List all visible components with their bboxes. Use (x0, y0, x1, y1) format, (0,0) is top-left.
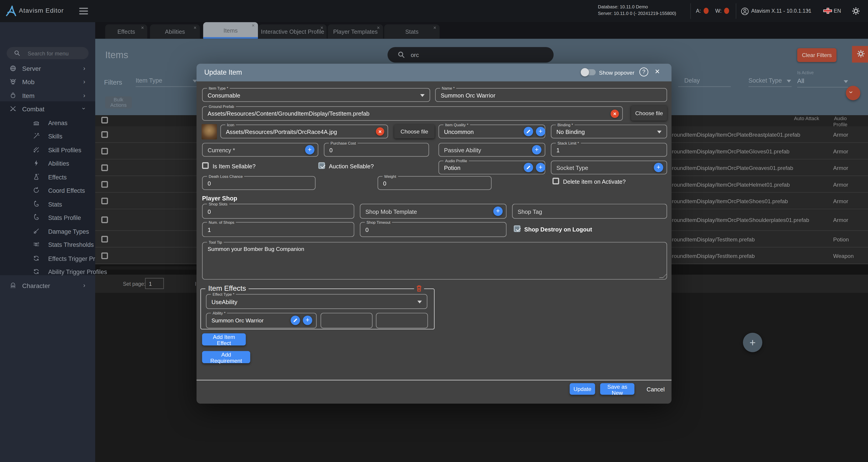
items-search-input[interactable] (410, 47, 542, 63)
sidebar-search-input[interactable] (27, 47, 85, 59)
add-passive-ability-button[interactable] (532, 145, 541, 155)
language-label[interactable]: EN (834, 8, 841, 14)
tab-abilities[interactable]: Abilities× (150, 25, 200, 39)
sidebar-item-skill-profiles[interactable]: Skill Profiles (0, 144, 95, 157)
hamburger-menu-icon[interactable] (79, 8, 88, 14)
version-selector[interactable]: Atavism X.11 - 10.0.1.131 (751, 8, 811, 14)
socket-type-field[interactable]: Socket Type (551, 161, 667, 175)
clear-icon-button[interactable]: × (376, 127, 384, 136)
filter-item-type[interactable]: Item Type (136, 77, 162, 84)
add-item-effect-button[interactable]: Add Item Effect (202, 333, 246, 345)
close-icon[interactable]: × (194, 25, 196, 30)
close-icon[interactable]: × (655, 66, 660, 76)
sidebar-item-skills[interactable]: Skills (0, 130, 95, 143)
sidebar-item-stats[interactable]: Stats (0, 198, 95, 211)
shop-mob-template-field[interactable]: Shop Mob Template (360, 204, 507, 219)
col-audio-profile[interactable]: Audio Profile (829, 115, 851, 128)
name-field[interactable]: Name * Summon Orc Warrior (435, 88, 667, 102)
col-auto-attack[interactable]: Auto Attack (794, 115, 819, 122)
add-socket-type-button[interactable] (654, 163, 663, 172)
weight-field[interactable]: Weight 0 (377, 176, 492, 190)
passive-ability-field[interactable]: Passive Ability (438, 143, 545, 157)
stack-limit-field[interactable]: Stack Limit * 1 (551, 143, 667, 157)
help-icon[interactable]: ? (640, 68, 648, 76)
death-loss-chance-field[interactable]: Death Loss Chance 0 (202, 176, 316, 190)
binding-field[interactable]: Binding * No Binding (551, 125, 667, 138)
set-page-input[interactable] (145, 278, 164, 289)
bulk-actions-button[interactable]: Bulk Actions (105, 96, 132, 109)
add-requirement-button[interactable]: Add Requirement (202, 351, 250, 363)
sidebar-item-combat[interactable]: Combat› (0, 102, 95, 116)
row-checkbox[interactable] (101, 198, 108, 204)
sidebar-item-ability-trigger-profiles[interactable]: Ability Trigger Profiles (0, 265, 95, 278)
cancel-button[interactable]: Cancel (643, 385, 668, 393)
clear-ground-prefab-button[interactable]: × (611, 110, 619, 118)
close-icon[interactable]: × (320, 25, 323, 30)
row-checkbox[interactable] (101, 148, 108, 154)
tab-stats[interactable]: Stats× (384, 25, 439, 39)
delete-on-activate-checkbox[interactable] (552, 178, 559, 184)
effect-extra-field-2[interactable] (376, 313, 428, 329)
close-icon[interactable]: × (252, 23, 255, 28)
close-icon[interactable]: × (377, 25, 380, 30)
row-checkbox[interactable] (101, 252, 108, 259)
choose-icon-button[interactable]: Choose file (394, 125, 435, 138)
add-item-fab[interactable]: + (743, 333, 762, 352)
select-all-checkbox[interactable] (101, 117, 108, 123)
row-checkbox[interactable] (101, 181, 108, 188)
sidebar-item-stats-thresholds[interactable]: Stats Thresholds (0, 238, 95, 251)
edit-audio-profile-button[interactable] (524, 163, 533, 172)
is-item-sellable-checkbox[interactable] (202, 162, 209, 169)
edit-item-quality-button[interactable] (524, 127, 533, 136)
sidebar-item-damage-types[interactable]: Damage Types (0, 225, 95, 238)
row-checkbox[interactable] (101, 164, 108, 171)
save-as-new-button[interactable]: Save as New (600, 383, 634, 395)
row-checkbox[interactable] (101, 236, 108, 243)
shop-destroy-checkbox[interactable] (514, 225, 520, 232)
filter-delay[interactable]: Delay (684, 77, 700, 84)
update-button[interactable]: Update (569, 383, 595, 395)
effect-type-field[interactable]: Effect Type * UseAbility (206, 294, 427, 309)
num-of-shops-field[interactable]: Num. of Shops 1 (202, 222, 354, 237)
sidebar-item-effects[interactable]: Effects (0, 171, 95, 184)
tab-effects[interactable]: Effects× (105, 25, 147, 39)
item-type-field[interactable]: Item Type * Consumable (202, 88, 430, 102)
add-ability-button[interactable] (303, 316, 312, 325)
shop-slots-field[interactable]: Shop Slots 0 (202, 204, 354, 219)
edit-ability-button[interactable] (291, 316, 300, 325)
ground-prefab-field[interactable]: Ground Prefab Assets/Resources/Content/G… (202, 106, 623, 121)
auction-sellable-checkbox[interactable] (318, 162, 325, 169)
row-checkbox[interactable] (101, 131, 108, 138)
tool-tip-input[interactable]: Summon your Bomber Bug Companion (205, 246, 663, 277)
sidebar-search[interactable] (6, 47, 89, 59)
clear-filters-button[interactable]: Clear Filters (797, 48, 837, 62)
chevron-down-icon[interactable]: › (805, 9, 812, 11)
delete-item-effect-button[interactable] (414, 285, 424, 295)
items-search[interactable] (388, 47, 554, 63)
sidebar-item-arenas[interactable]: Arenas (0, 116, 95, 130)
sidebar-item-character[interactable]: Character› (0, 279, 95, 292)
sidebar-item-effects-trigger-profiles[interactable]: Effects Trigger Profiles (0, 252, 95, 265)
filter-is-active-value[interactable]: All (797, 78, 804, 84)
row-checkbox[interactable] (101, 217, 108, 223)
sidebar-item-server[interactable]: Server› (0, 62, 95, 75)
add-item-quality-button[interactable] (536, 127, 546, 136)
add-shop-mob-template-button[interactable] (493, 207, 503, 216)
sidebar-item-coord-effects[interactable]: Coord Effects (0, 184, 95, 197)
tab-items[interactable]: Items× (203, 22, 258, 39)
show-popover-toggle[interactable] (582, 69, 596, 75)
table-settings-button[interactable] (852, 46, 868, 62)
collapse-filters-button[interactable]: › (846, 86, 860, 100)
sidebar-item-stats-profile[interactable]: Stats Profile (0, 211, 95, 224)
sidebar-item-item[interactable]: Item› (0, 89, 95, 102)
add-audio-profile-button[interactable] (536, 163, 546, 172)
close-icon[interactable]: × (141, 25, 144, 30)
icon-field[interactable]: Icon Assets/Resources/Portraits/OrcRace4… (220, 125, 388, 138)
currency-field[interactable]: Currency * (202, 143, 318, 157)
sidebar-item-mob[interactable]: Mob› (0, 75, 95, 89)
shop-timeout-field[interactable]: Shop Timeout 0 (360, 222, 507, 237)
add-currency-button[interactable] (305, 145, 314, 155)
tool-tip-field[interactable]: Tool Tip Summon your Bomber Bug Companio… (202, 242, 667, 279)
tab-player-templates[interactable]: Player Templates× (328, 25, 383, 39)
close-icon[interactable]: × (433, 25, 436, 30)
